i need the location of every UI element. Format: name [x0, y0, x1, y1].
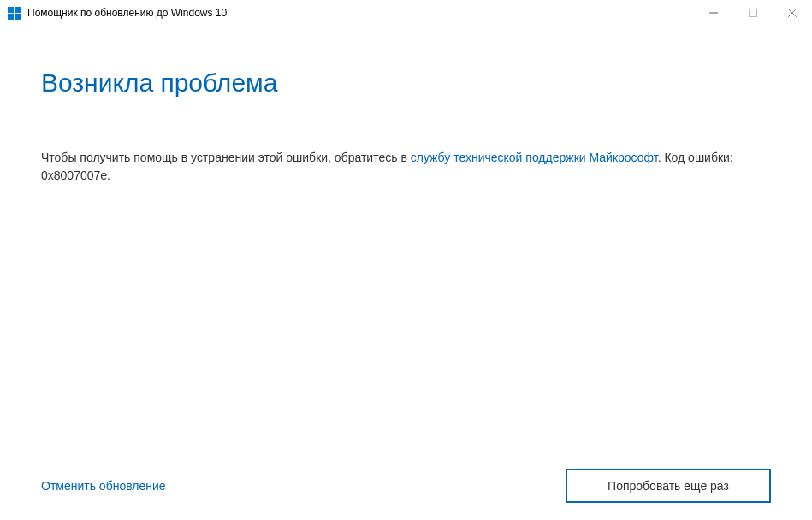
- main-content: Возникла проблема Чтобы получить помощь …: [0, 26, 812, 185]
- page-heading: Возникла проблема: [41, 68, 771, 98]
- support-link[interactable]: службу технической поддержки Майкрософт: [411, 151, 658, 164]
- cancel-update-link[interactable]: Отменить обновление: [41, 479, 166, 493]
- maximize-button[interactable]: [733, 0, 773, 26]
- window-controls: [694, 0, 812, 26]
- close-button[interactable]: [773, 0, 812, 26]
- svg-rect-1: [750, 9, 757, 17]
- error-message: Чтобы получить помощь в устранении этой …: [41, 149, 771, 185]
- window-title: Помощник по обновлению до Windows 10: [27, 7, 694, 19]
- minimize-button[interactable]: [694, 0, 733, 26]
- titlebar: Помощник по обновлению до Windows 10: [0, 0, 812, 26]
- retry-button[interactable]: Попробовать еще раз: [566, 469, 771, 503]
- windows-logo-icon: [7, 6, 21, 20]
- error-text-prefix: Чтобы получить помощь в устранении этой …: [41, 151, 411, 164]
- footer: Отменить обновление Попробовать еще раз: [41, 469, 771, 503]
